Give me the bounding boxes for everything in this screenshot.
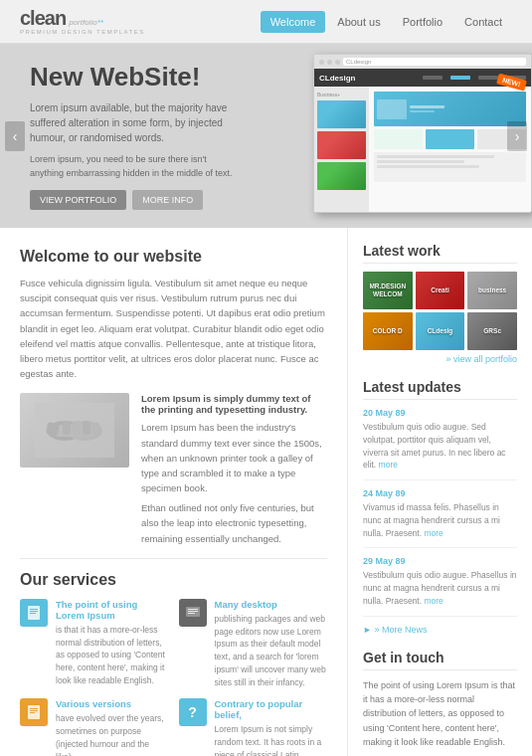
hero-heading: New WebSite! xyxy=(30,62,239,93)
view-all-link[interactable]: » view all portfolio xyxy=(363,354,517,364)
more-info-button[interactable]: MORE INFO xyxy=(132,190,203,210)
portfolio-grid: MR.DESIGNWELCOM Creati business COLOR D … xyxy=(363,272,517,350)
service-icon-4: ? xyxy=(179,698,207,726)
update-date-2: 24 May 89 xyxy=(363,488,517,498)
lorem-body1: Lorem Ipsum has been the industry's stan… xyxy=(141,420,327,495)
nav-contact[interactable]: Contact xyxy=(454,11,512,33)
service-icon-1 xyxy=(20,599,48,627)
welcome-title: Welcome to our website xyxy=(20,248,327,266)
svg-rect-10 xyxy=(30,609,38,610)
lorem-body2: Ethan outlined not only five centuries, … xyxy=(141,500,327,546)
service-body-1: is that it has a more-or-less normal dis… xyxy=(56,624,169,687)
prev-arrow[interactable]: ‹ xyxy=(5,121,25,151)
service-title-1: The point of using Lorem Ipsum xyxy=(56,599,137,621)
nav-welcome[interactable]: Welcome xyxy=(261,11,326,33)
portfolio-thumb-mr[interactable]: MR.DESIGNWELCOM xyxy=(363,272,413,309)
service-title-3: Various versions xyxy=(56,698,131,709)
logo: clean portfolio** PREMIUM DESIGN TEMPLAT… xyxy=(20,8,145,35)
portfolio-thumb-creati[interactable]: Creati xyxy=(416,272,465,309)
services-grid: The point of using Lorem Ipsum is that i… xyxy=(20,599,327,756)
hero-p2: Lorem ipsum, you need to be sure there i… xyxy=(30,153,239,180)
update-date-3: 29 May 89 xyxy=(363,556,517,566)
update-date-1: 20 May 89 xyxy=(363,408,517,418)
main-left: Welcome to our website Fusce vehicula di… xyxy=(0,228,348,756)
lorem-text: Lorem Ipsum is simply dummy text of the … xyxy=(141,393,327,546)
service-title-2: Many desktop xyxy=(215,599,277,610)
service-item: Many desktop publishing packages and web… xyxy=(179,599,328,689)
update-item-1: 20 May 89 Vestibulum quis odio augue. Se… xyxy=(363,408,517,480)
logo-tagline: PREMIUM DESIGN TEMPLATES xyxy=(20,29,145,35)
latest-work-title: Latest work xyxy=(363,243,517,264)
svg-rect-18 xyxy=(30,708,38,709)
contact-intro: The point of using Lorem Ipsum is that i… xyxy=(363,678,517,750)
service-text-2: Many desktop publishing packages and web… xyxy=(215,599,328,689)
hero-mockup: CLdesign CLdesign Business+ xyxy=(313,54,532,218)
hero-slider: ‹ New WebSite! Lorem ipsum available, bu… xyxy=(0,44,532,228)
latest-updates-section: Latest updates 20 May 89 Vestibulum quis… xyxy=(363,379,517,635)
update-item-2: 24 May 89 Vivamus id massa felis. Phasel… xyxy=(363,488,517,548)
portfolio-thumb-grsc[interactable]: GRSc xyxy=(467,312,517,350)
latest-work-section: Latest work MR.DESIGNWELCOM Creati busin… xyxy=(363,243,517,364)
service-icon-2 xyxy=(179,599,207,627)
svg-rect-4 xyxy=(63,421,71,435)
service-body-4: Lorem Ipsum is not simply random text. I… xyxy=(215,723,328,756)
portfolio-thumb-color[interactable]: COLOR D xyxy=(363,312,413,350)
service-body-2: publishing packages and web page editors… xyxy=(215,613,328,689)
update-item-3: 29 May 89 Vestibulum quis odio augue. Ph… xyxy=(363,556,517,616)
svg-rect-12 xyxy=(30,613,36,614)
nav-portfolio[interactable]: Portfolio xyxy=(393,11,452,33)
services-title: Our services xyxy=(20,571,327,589)
logo-text: clean xyxy=(20,8,66,28)
svg-rect-20 xyxy=(30,712,35,713)
main-right: Latest work MR.DESIGNWELCOM Creati busin… xyxy=(348,228,532,756)
welcome-text: Fusce vehicula dignissim ligula. Vestibu… xyxy=(20,276,327,381)
more-news-link[interactable]: ► » More News xyxy=(363,625,517,635)
hero-content: New WebSite! Lorem ipsum available, but … xyxy=(0,44,259,228)
lorem-title: Lorem Ipsum is simply dummy text of the … xyxy=(141,393,327,415)
main-content: Welcome to our website Fusce vehicula di… xyxy=(0,228,532,756)
svg-rect-14 xyxy=(188,609,198,610)
update-more-1[interactable]: more xyxy=(379,460,398,470)
svg-rect-19 xyxy=(30,710,38,711)
service-text-4: Contrary to popular belief, Lorem Ipsum … xyxy=(215,698,328,756)
update-text-2: Vivamus id massa felis. Phasellus in nun… xyxy=(363,501,517,539)
update-text-1: Vestibulum quis odio augue. Sed volutpat… xyxy=(363,421,517,472)
portfolio-thumb-cldes[interactable]: CLdesig xyxy=(416,312,465,350)
view-portfolio-button[interactable]: VIEW PORTFOLIO xyxy=(30,190,126,210)
latest-updates-title: Latest updates xyxy=(363,379,517,400)
svg-rect-8 xyxy=(46,422,60,436)
portfolio-thumb-biz[interactable]: business xyxy=(467,272,517,309)
logo-portfolio: portfolio** xyxy=(69,18,103,27)
svg-rect-5 xyxy=(73,421,81,435)
content-row: Lorem Ipsum is simply dummy text of the … xyxy=(20,393,327,546)
service-item: The point of using Lorem Ipsum is that i… xyxy=(20,599,169,689)
service-text-3: Various versions have evolved over the y… xyxy=(56,698,169,756)
update-more-2[interactable]: more xyxy=(424,528,443,538)
get-in-touch-title: Get in touch xyxy=(363,650,517,670)
svg-rect-6 xyxy=(83,421,90,435)
nav-about[interactable]: About us xyxy=(327,11,390,33)
service-icon-3 xyxy=(20,698,48,726)
header: clean portfolio** PREMIUM DESIGN TEMPLAT… xyxy=(0,0,532,44)
service-body-3: have evolved over the years, sometimes o… xyxy=(56,712,169,756)
service-text-1: The point of using Lorem Ipsum is that i… xyxy=(56,599,169,689)
service-item: ? Contrary to popular belief, Lorem Ipsu… xyxy=(179,698,328,756)
update-more-3[interactable]: more xyxy=(424,596,443,606)
handshake-image xyxy=(20,393,129,468)
svg-rect-11 xyxy=(30,611,38,612)
service-item: Various versions have evolved over the y… xyxy=(20,698,169,756)
main-nav: Welcome About us Portfolio Contact xyxy=(261,11,512,33)
hero-p1: Lorem ipsum available, but the majority … xyxy=(30,100,239,145)
next-arrow[interactable]: › xyxy=(507,121,527,151)
hero-buttons: VIEW PORTFOLIO MORE INFO xyxy=(30,190,239,210)
svg-rect-16 xyxy=(188,613,195,614)
get-in-touch-section: Get in touch The point of using Lorem Ip… xyxy=(363,650,517,757)
svg-rect-15 xyxy=(188,611,198,612)
update-text-3: Vestibulum quis odio augue. Phasellus in… xyxy=(363,569,517,607)
service-title-4: Contrary to popular belief, xyxy=(215,698,303,720)
